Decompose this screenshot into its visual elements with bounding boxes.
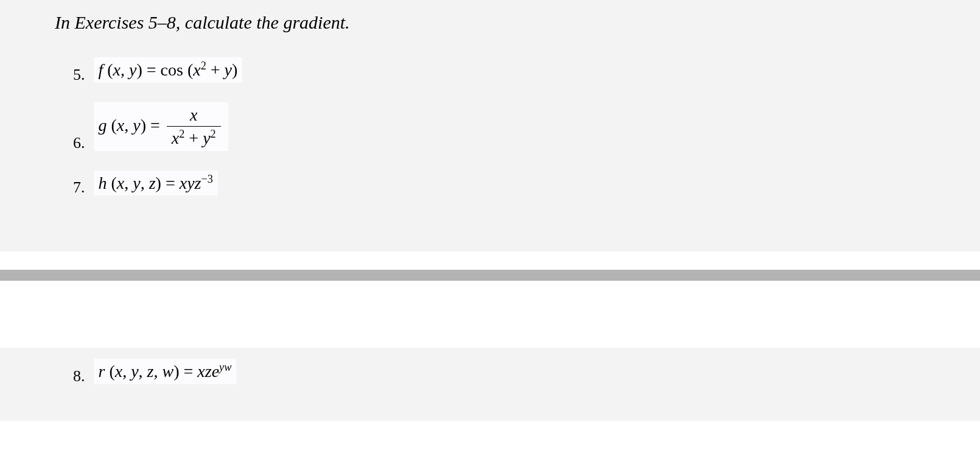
c2: ,	[141, 174, 149, 192]
problem-7: 7. h (x, y, z) = xyz−3	[73, 171, 980, 196]
page-bottom-block: 8. r (x, y, z, w) = xzeyw	[0, 348, 980, 421]
a2: y	[133, 174, 140, 192]
comma: ,	[124, 115, 133, 134]
den-x: x	[172, 128, 179, 147]
open-paren: (	[107, 115, 117, 134]
page-top-block: In Exercises 5–8, calculate the gradient…	[0, 0, 980, 252]
problem-5-formula: f (x, y) = cos (x2 + y)	[94, 57, 243, 83]
numerator: x	[167, 105, 221, 127]
c1: ,	[122, 362, 131, 381]
c2: ,	[139, 362, 147, 381]
problem-8: 8. r (x, y, z, w) = xzeyw	[73, 359, 980, 384]
a3: z	[147, 362, 154, 381]
fraction: x x2 + y2	[167, 105, 221, 149]
open-paren: (	[107, 174, 117, 192]
problem-5: 5. f (x, y) = cos (x2 + y)	[73, 57, 980, 83]
equals: =	[166, 174, 180, 192]
cos: cos	[161, 60, 187, 79]
denominator: x2 + y2	[167, 127, 221, 149]
problem-number: 5.	[73, 67, 85, 83]
den-x-exp: 2	[179, 128, 184, 140]
close-paren-2: )	[232, 60, 237, 79]
equals: =	[184, 362, 198, 381]
exp-neg3: −3	[201, 172, 213, 185]
den-y: y	[203, 128, 210, 147]
equals: =	[150, 115, 164, 134]
page-gap	[0, 281, 980, 348]
args2: y	[129, 60, 136, 79]
equals: =	[147, 60, 161, 79]
func-name: h	[99, 174, 107, 192]
problem-7-formula: h (x, y, z) = xyz−3	[94, 171, 218, 196]
open-paren-2: (	[187, 60, 193, 79]
den-plus: +	[184, 128, 203, 147]
open-paren: (	[105, 362, 114, 381]
args2: y	[133, 115, 140, 134]
open-paren: (	[103, 60, 113, 79]
close-paren: )	[141, 115, 146, 134]
a1: x	[115, 362, 122, 381]
func-name: g	[99, 115, 107, 134]
problem-6-formula: g (x, y) = x x2 + y2	[94, 102, 228, 151]
func-name: r	[99, 362, 105, 381]
num-x: x	[190, 105, 197, 124]
a2: y	[131, 362, 138, 381]
a1: x	[117, 174, 124, 192]
problem-6: 6. g (x, y) = x x2 + y2	[73, 102, 980, 151]
problem-number: 6.	[73, 135, 85, 151]
args: x	[113, 60, 121, 79]
exp-2: 2	[201, 60, 206, 72]
problem-8-formula: r (x, y, z, w) = xzeyw	[94, 359, 237, 384]
args: x	[117, 115, 124, 134]
close-paren: )	[173, 362, 179, 381]
problem-number: 7.	[73, 180, 85, 195]
xze: xze	[197, 362, 219, 381]
a4: w	[163, 362, 174, 381]
exercise-instruction: In Exercises 5–8, calculate the gradient…	[55, 12, 980, 33]
close-paren: )	[156, 174, 161, 192]
exp-yw: yw	[219, 361, 231, 373]
c1: ,	[124, 174, 133, 192]
x-var: x	[193, 60, 200, 79]
a3: z	[149, 174, 156, 192]
plus: +	[206, 60, 225, 79]
den-y-exp: 2	[211, 128, 216, 140]
page-divider	[0, 270, 980, 281]
y-var: y	[225, 60, 232, 79]
comma: ,	[121, 60, 129, 79]
problem-number: 8.	[73, 368, 85, 384]
xyz: xyz	[180, 174, 201, 192]
c3: ,	[154, 362, 163, 381]
close-paren: )	[136, 60, 142, 79]
